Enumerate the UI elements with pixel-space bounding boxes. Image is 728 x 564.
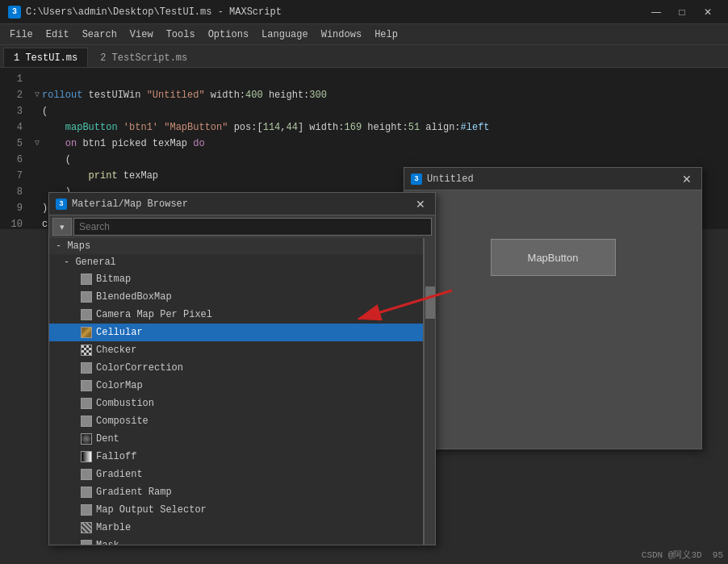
list-item[interactable]: Gradient Ramp (49, 483, 423, 501)
maps-section-label: - Maps (49, 238, 423, 254)
menu-edit[interactable]: Edit (40, 24, 76, 44)
composite-icon (80, 415, 93, 428)
code-line-2: 2 ▽ rollout testUIWin "Untitled" width:4… (0, 87, 728, 103)
untitled-close-button[interactable]: ✕ (679, 171, 695, 187)
tab-testscriptms[interactable]: 2 TestScript.ms (90, 48, 198, 67)
list-item[interactable]: Checker (49, 341, 423, 359)
tab-testuims[interactable]: 1 TestUI.ms (3, 48, 88, 67)
mmb-scrollbar[interactable] (424, 238, 435, 545)
code-line-5: 5 ▽ on btn1 picked texMap do (0, 136, 728, 152)
checker-icon (80, 344, 93, 357)
code-line-6: 6 ( (0, 152, 728, 168)
untitled-dialog-icon: 3 (411, 173, 422, 185)
watermark: CSDN @阿义3D 95 (642, 549, 723, 561)
colorcorrection-icon (80, 361, 93, 374)
title-bar: 3 C:\Users\admin\Desktop\TestUI.ms - MAX… (0, 0, 728, 24)
window-controls: — □ ✕ (644, 4, 720, 20)
map-button[interactable]: MapButton (491, 239, 616, 276)
menu-language[interactable]: Language (255, 24, 315, 44)
menu-help[interactable]: Help (368, 24, 404, 44)
menu-options[interactable]: Options (202, 24, 255, 44)
list-item[interactable]: Gradient (49, 466, 423, 483)
list-item[interactable]: Bitmap (49, 270, 423, 288)
minimize-button[interactable]: — (644, 4, 668, 20)
general-group-label: - General (49, 254, 423, 270)
mmb-dropdown-btn[interactable]: ▾ (52, 218, 72, 236)
app-icon: 3 (8, 6, 21, 19)
window-title: C:\Users\admin\Desktop\TestUI.ms - MAXSc… (26, 6, 644, 18)
cellular-icon (80, 326, 93, 339)
list-item[interactable]: ColorCorrection (49, 359, 423, 377)
mmb-tree[interactable]: - Maps - General Bitmap BlendedBoxMap Ca… (49, 238, 424, 545)
gradient-icon (80, 468, 93, 481)
untitled-dialog: 3 Untitled ✕ MapButton (404, 167, 702, 449)
list-item[interactable]: Combustion (49, 395, 423, 412)
combustion-icon (80, 397, 93, 410)
menu-file[interactable]: File (3, 24, 40, 44)
mmb-close-button[interactable]: ✕ (412, 196, 429, 212)
list-item[interactable]: Cellular (49, 324, 423, 341)
list-item[interactable]: Falloff (49, 448, 423, 466)
mmb-search-input[interactable] (73, 218, 432, 236)
untitled-dialog-title: Untitled (427, 173, 679, 185)
untitled-dialog-body: MapButton (404, 190, 701, 449)
list-item[interactable]: Map Output Selector (49, 501, 423, 519)
mask-icon (80, 539, 93, 545)
blendedboxmap-icon (80, 290, 93, 303)
mmb-dialog-title: Material/Map Browser (72, 198, 412, 210)
mmb-title-bar: 3 Material/Map Browser ✕ (49, 193, 435, 215)
map-output-icon (80, 503, 93, 516)
list-item[interactable]: Dent (49, 430, 423, 448)
list-item[interactable]: ColorMap (49, 377, 423, 395)
code-line-3: 3 ( (0, 103, 728, 119)
bitmap-icon (80, 273, 93, 286)
untitled-title-bar: 3 Untitled ✕ (404, 168, 701, 190)
mmb-dialog-icon: 3 (56, 198, 67, 210)
code-line-1: 1 (0, 71, 728, 87)
colormap-icon (80, 379, 93, 392)
menu-tools[interactable]: Tools (160, 24, 202, 44)
mmb-toolbar: ▾ (49, 215, 435, 238)
list-item[interactable]: Mask (49, 537, 423, 545)
mmb-body: - Maps - General Bitmap BlendedBoxMap Ca… (49, 238, 435, 545)
mmb-scrollbar-thumb (425, 286, 435, 319)
menu-search[interactable]: Search (76, 24, 123, 44)
menu-view[interactable]: View (123, 24, 160, 44)
list-item[interactable]: Composite (49, 412, 423, 430)
list-item[interactable]: Marble (49, 519, 423, 537)
menu-bar: File Edit Search View Tools Options Lang… (0, 24, 728, 45)
tabs-bar: 1 TestUI.ms 2 TestScript.ms (0, 45, 728, 68)
maximize-button[interactable]: □ (670, 4, 694, 20)
code-line-4: 4 mapButton 'btn1' "MapButton" pos:[114,… (0, 119, 728, 136)
marble-icon (80, 521, 93, 534)
mmb-dialog: 3 Material/Map Browser ✕ ▾ - Maps - Gene… (48, 192, 436, 545)
list-item[interactable]: BlendedBoxMap (49, 288, 423, 306)
camera-map-icon (80, 308, 93, 321)
dent-icon (80, 432, 93, 445)
falloff-icon (80, 450, 93, 463)
menu-windows[interactable]: Windows (315, 24, 368, 44)
list-item[interactable]: Camera Map Per Pixel (49, 306, 423, 324)
close-button[interactable]: ✕ (696, 4, 720, 20)
gradient-ramp-icon (80, 486, 93, 499)
